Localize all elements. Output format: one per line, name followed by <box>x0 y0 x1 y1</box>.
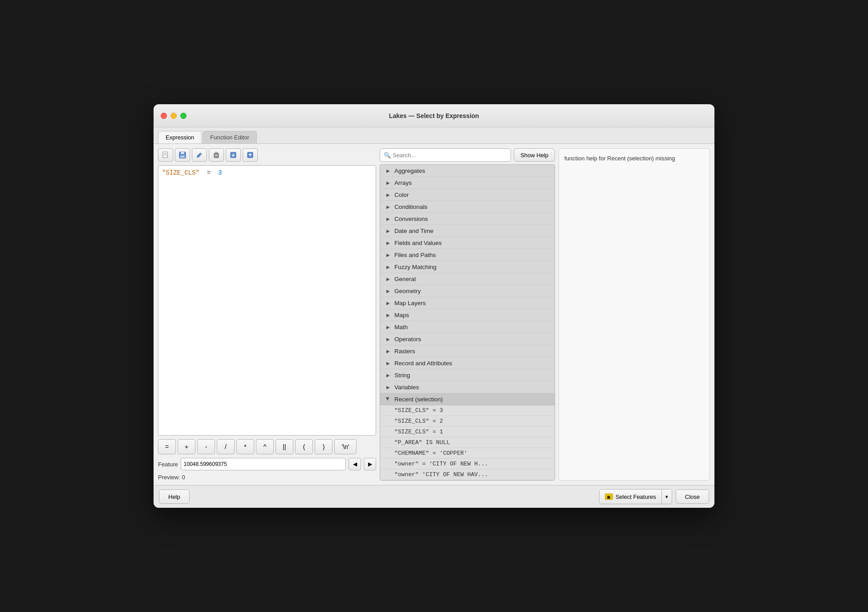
category-record-attributes[interactable]: ▶ Record and Attributes <box>380 357 555 369</box>
op-equals[interactable]: = <box>158 439 176 454</box>
category-fields-values[interactable]: ▶ Fields and Values <box>380 237 555 249</box>
show-help-button[interactable]: Show Help <box>514 148 555 162</box>
function-list: ▶ Aggregates ▶ Arrays ▶ Color ▶ Conditio… <box>380 164 555 481</box>
category-label: Date and Time <box>394 228 434 234</box>
category-files-paths[interactable]: ▶ Files and Paths <box>380 249 555 261</box>
middle-panel: 🔍 Show Help ▶ Aggregates ▶ Arrays ▶ <box>380 148 555 481</box>
category-label: Color <box>394 192 409 198</box>
export-expression-button[interactable] <box>243 148 258 162</box>
category-label: General <box>394 276 416 282</box>
close-button[interactable]: Close <box>676 490 709 504</box>
category-map-layers[interactable]: ▶ Map Layers <box>380 297 555 309</box>
search-bar: 🔍 Show Help <box>380 148 555 162</box>
op-plus[interactable]: + <box>178 439 195 454</box>
traffic-lights <box>161 113 187 119</box>
minimize-window-button[interactable] <box>170 113 177 119</box>
tab-expression[interactable]: Expression <box>158 131 202 143</box>
select-features-wrap: ▣ Select Features ▼ <box>599 489 672 504</box>
help-button[interactable]: Help <box>159 490 190 504</box>
category-general[interactable]: ▶ General <box>380 273 555 285</box>
select-features-button[interactable]: ▣ Select Features <box>600 490 662 504</box>
category-maps[interactable]: ▶ Maps <box>380 309 555 321</box>
tab-function-editor[interactable]: Function Editor <box>203 131 256 143</box>
help-panel: function help for Recent (selection) mis… <box>559 148 710 481</box>
arrow-record-attributes: ▶ <box>385 359 392 367</box>
new-expression-button[interactable] <box>158 148 173 162</box>
op-minus[interactable]: - <box>197 439 215 454</box>
op-power[interactable]: ^ <box>256 439 274 454</box>
close-window-button[interactable] <box>161 113 167 119</box>
category-aggregates[interactable]: ▶ Aggregates <box>380 165 555 177</box>
recent-label: Recent (selection) <box>394 396 443 403</box>
arrow-rasters: ▶ <box>385 347 392 355</box>
category-conditionals[interactable]: ▶ Conditionals <box>380 201 555 213</box>
category-fuzzy-matching[interactable]: ▶ Fuzzy Matching <box>380 261 555 273</box>
category-label: Conditionals <box>394 204 427 210</box>
category-color[interactable]: ▶ Color <box>380 189 555 201</box>
category-rasters[interactable]: ▶ Rasters <box>380 345 555 357</box>
svg-rect-4 <box>181 152 184 154</box>
recent-item[interactable]: "SIZE_CLS" = 2 <box>380 416 555 427</box>
select-features-dropdown-button[interactable]: ▼ <box>662 490 672 504</box>
expression-editor[interactable]: "SIZE_CLS" = 3 <box>158 165 376 436</box>
expression-value: 3 <box>218 169 222 176</box>
category-label: Arrays <box>394 180 412 186</box>
category-label: Operators <box>394 336 421 343</box>
save-expression-button[interactable] <box>175 148 190 162</box>
main-window: Lakes — Select by Expression Expression … <box>154 104 714 508</box>
op-newline[interactable]: '\n' <box>334 439 357 454</box>
expression-toolbar <box>158 148 376 162</box>
category-label: Rasters <box>394 348 415 355</box>
arrow-files-paths: ▶ <box>385 251 392 258</box>
preview-row: Preview: 0 <box>158 474 376 481</box>
category-label: Maps <box>394 312 409 318</box>
category-label: Record and Attributes <box>394 360 452 367</box>
svg-rect-5 <box>180 155 185 158</box>
category-string[interactable]: ▶ String <box>380 369 555 381</box>
category-arrays[interactable]: ▶ Arrays <box>380 177 555 189</box>
op-open-paren[interactable]: ( <box>295 439 313 454</box>
category-variables[interactable]: ▶ Variables <box>380 381 555 393</box>
recent-item[interactable]: "P_AREA" IS NULL <box>380 437 555 448</box>
category-math[interactable]: ▶ Math <box>380 321 555 333</box>
category-operators[interactable]: ▶ Operators <box>380 333 555 345</box>
op-concat[interactable]: || <box>276 439 293 454</box>
arrow-fuzzy-matching: ▶ <box>385 263 392 270</box>
title-bar: Lakes — Select by Expression <box>154 104 714 127</box>
import-expression-button[interactable] <box>226 148 241 162</box>
category-date-time[interactable]: ▶ Date and Time <box>380 225 555 237</box>
recent-item[interactable]: "owner" 'CITY OF NEW HAV... <box>380 469 555 480</box>
recent-header[interactable]: ▶ Recent (selection) <box>380 393 555 405</box>
delete-expression-button[interactable] <box>209 148 224 162</box>
recent-item[interactable]: "SIZE_CLS" = 3 <box>380 405 555 416</box>
search-input[interactable] <box>393 152 507 159</box>
preview-label: Preview: <box>158 474 180 481</box>
op-close-paren[interactable]: ) <box>315 439 333 454</box>
feature-prev-button[interactable]: ◀ <box>349 458 361 470</box>
bottom-right: ▣ Select Features ▼ Close <box>599 489 709 504</box>
arrow-fields-values: ▶ <box>385 239 392 246</box>
category-label: Math <box>394 324 408 330</box>
category-geometry[interactable]: ▶ Geometry <box>380 285 555 297</box>
edit-expression-button[interactable] <box>192 148 207 162</box>
feature-select[interactable]: 10048.599609375 <box>181 458 346 470</box>
select-features-label: Select Features <box>616 494 656 500</box>
arrow-general: ▶ <box>385 275 392 282</box>
feature-label: Feature <box>158 461 178 468</box>
op-divide[interactable]: / <box>217 439 235 454</box>
recent-item[interactable]: "owner" = 'CITY OF NEW H... <box>380 459 555 469</box>
op-multiply[interactable]: * <box>236 439 254 454</box>
arrow-math: ▶ <box>385 323 392 330</box>
arrow-recent: ▶ <box>385 396 392 403</box>
left-panel: "SIZE_CLS" = 3 = + - / * ^ || ( ) '\n' F… <box>158 148 376 481</box>
category-conversions[interactable]: ▶ Conversions <box>380 213 555 225</box>
maximize-window-button[interactable] <box>180 113 187 119</box>
recent-item[interactable]: "SIZE_CLS" = 1 <box>380 427 555 437</box>
arrow-map-layers: ▶ <box>385 299 392 306</box>
tabs-bar: Expression Function Editor <box>154 127 714 144</box>
category-label: Map Layers <box>394 300 426 306</box>
recent-item[interactable]: "CHEMNAME" = 'COPPER' <box>380 448 555 459</box>
arrow-aggregates: ▶ <box>385 167 392 174</box>
search-icon: 🔍 <box>384 152 391 159</box>
feature-next-button[interactable]: ▶ <box>364 458 376 470</box>
